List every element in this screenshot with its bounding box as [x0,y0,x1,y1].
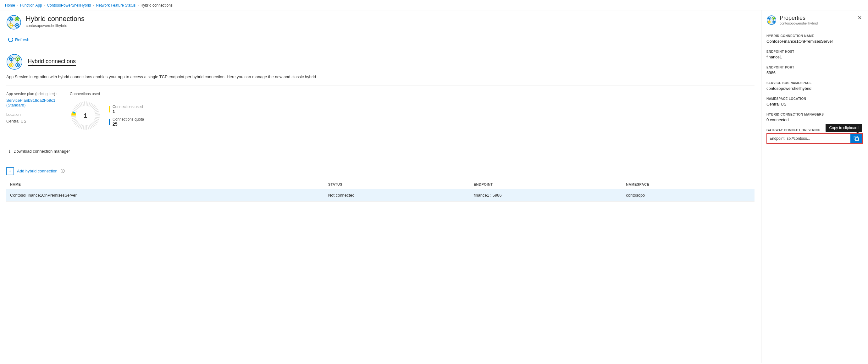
cell-name: ContosoFinance1OnPremisesServer [6,189,324,201]
donut-center-text: 1 [84,112,87,119]
service-plan-link[interactable]: ServicePlanb818da2f-b9c1(Standard) [6,98,55,107]
close-panel-button[interactable]: ✕ [856,15,863,21]
prop-label: HYBRID CONNECTION MANAGERS [767,113,863,116]
add-connection-label[interactable]: Add hybrid connection [17,169,58,173]
breadcrumb-home[interactable]: Home [5,3,15,7]
legend-used-label: Connections used [113,105,143,109]
breadcrumb-function-app[interactable]: Function App [20,3,42,7]
connections-chart-block: Connections used [70,92,144,131]
legend: Connections used 1 Connections quota 25 [109,105,144,127]
prop-value: 5986 [767,70,863,75]
svg-point-10 [16,18,18,20]
download-label: Download connection manager [13,149,70,154]
copy-tooltip: Copy to clipboard [826,124,862,132]
prop-label: HYBRID CONNECTION NAME [767,34,863,38]
svg-rect-42 [856,138,859,141]
gateway-input-row: Copy to clipboard [767,133,863,144]
hybrid-connections-table: NAME STATUS ENDPOINT NAMESPACE ContosoFi… [6,180,754,202]
cell-endpoint: finance1 : 5986 [470,189,622,201]
prop-gateway-connection-string: GATEWAY CONNECTION STRINGCopy to clipboa… [767,128,863,144]
add-connection-row: + Add hybrid connection ⓘ [6,167,754,175]
location-label: Location : [6,112,57,117]
main-layout: Hybrid connections contosopowershellhybr… [0,10,868,363]
download-row: ↓ Download connection manager [6,147,754,161]
legend-quota-value: 25 [113,122,144,127]
content-area: Hybrid connections App Service integrati… [0,46,761,209]
right-panel-header: Properties contosopowershellhybrid ✕ [762,10,868,29]
legend-used-color [109,106,110,112]
download-icon: ↓ [8,148,11,155]
table-header-row: NAME STATUS ENDPOINT NAMESPACE [6,180,754,189]
table-row[interactable]: ContosoFinance1OnPremisesServerNot conne… [6,189,754,201]
refresh-icon [8,37,13,42]
breadcrumb-current: Hybrid connections [141,3,173,7]
page-title: Hybrid connections [26,15,85,23]
legend-used-value: 1 [113,109,143,114]
prop-label: SERVICE BUS NAMESPACE [767,81,863,85]
breadcrumb-sep-1: › [17,3,18,7]
prop-label: ENDPOINT PORT [767,66,863,69]
legend-quota: Connections quota 25 [109,117,144,127]
prop-value: contosopowershellhybrid [767,86,863,91]
prop-service-bus-namespace: SERVICE BUS NAMESPACEcontosopowershellhy… [767,81,863,91]
prop-value: Central US [767,102,863,106]
col-endpoint: ENDPOINT [470,180,622,189]
breadcrumb: Home › Function App › ContosoPowerShellH… [0,0,868,10]
prop-hybrid-connection-name: HYBRID CONNECTION NAMEContosoFinance1OnP… [767,34,863,44]
service-plan-label: App service plan (pricing tier) : [6,92,57,96]
svg-point-22 [10,58,12,60]
right-panel-icon [767,15,776,25]
breadcrumb-network-feature[interactable]: Network Feature Status [96,3,135,7]
stats-row: App service plan (pricing tier) : Servic… [6,92,754,139]
svg-point-23 [17,58,19,60]
prop-label: ENDPOINT HOST [767,50,863,54]
svg-point-9 [10,18,12,20]
prop-hybrid-connection-managers: HYBRID CONNECTION MANAGERS0 connected [767,113,863,122]
legend-quota-text: Connections quota 25 [113,117,144,127]
add-connection-button[interactable]: + [6,167,14,175]
breadcrumb-sep-2: › [44,3,45,7]
svg-point-13 [7,54,22,69]
breadcrumb-sep-4: › [137,3,138,7]
chart-area: 1 Connections used 1 [70,100,144,131]
legend-quota-color [109,119,110,125]
svg-point-29 [767,16,776,25]
gateway-input[interactable] [767,134,850,143]
location-value: Central US [6,119,57,124]
page-header-text: Hybrid connections contosopowershellhybr… [26,15,85,28]
svg-point-11 [10,25,12,26]
download-button[interactable]: ↓ Download connection manager [6,147,72,156]
right-panel-title: Properties [780,15,818,21]
legend-used-text: Connections used 1 [113,105,143,114]
prop-label: NAMESPACE LOCATION [767,97,863,100]
section-title-row: Hybrid connections [6,54,754,70]
section-title: Hybrid connections [28,58,76,66]
description: App Service integration with hybrid conn… [6,74,754,86]
refresh-label: Refresh [15,37,30,42]
svg-point-40 [769,21,770,23]
svg-point-0 [7,15,21,29]
prop-value: 0 connected [767,118,863,122]
col-status: STATUS [324,180,470,189]
props-content: HYBRID CONNECTION NAMEContosoFinance1OnP… [762,29,868,155]
donut-chart: 1 [70,100,101,131]
legend-used: Connections used 1 [109,105,144,114]
breadcrumb-contoso[interactable]: ContosoPowerShellHybrid [47,3,91,7]
info-icon[interactable]: ⓘ [61,168,65,174]
prop-endpoint-port: ENDPOINT PORT5986 [767,66,863,75]
right-panel: Properties contosopowershellhybrid ✕ HYB… [761,10,868,363]
page-header: Hybrid connections contosopowershellhybr… [0,10,761,33]
svg-point-38 [769,18,770,19]
col-name: NAME [6,180,324,189]
copy-to-clipboard-button[interactable] [850,134,862,143]
svg-point-24 [10,64,12,66]
left-panel: Hybrid connections contosopowershellhybr… [0,10,761,363]
right-panel-title-area: Properties contosopowershellhybrid [767,15,818,25]
prop-value: ContosoFinance1OnPremisesServer [767,39,863,44]
prop-endpoint-host: ENDPOINT HOSTfinance1 [767,50,863,59]
connections-used-header: Connections used [70,92,144,96]
refresh-button[interactable]: Refresh [6,36,31,43]
right-panel-subtitle: contosopowershellhybrid [780,21,818,25]
prop-namespace-location: NAMESPACE LOCATIONCentral US [767,97,863,106]
toolbar: Refresh [0,33,761,46]
